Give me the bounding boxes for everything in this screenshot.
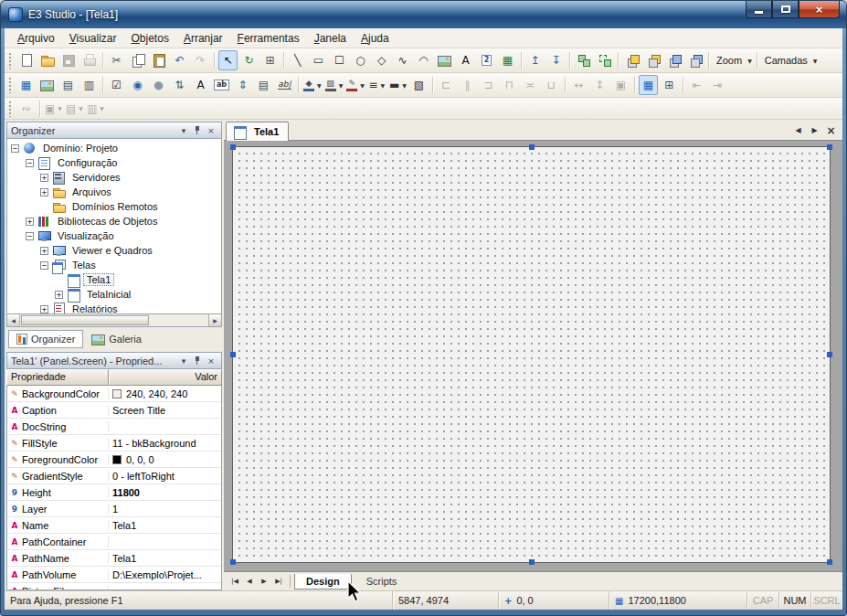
scale-tool[interactable]: ▤ (254, 75, 273, 95)
snap-to-grid[interactable]: ⊞ (660, 75, 679, 95)
property-value[interactable]: Tela1 (109, 553, 221, 564)
organizer-toggle[interactable]: ▦ (16, 75, 36, 95)
new-file[interactable] (16, 50, 36, 70)
doc-tab-scroll-left-button[interactable]: ◀ (791, 123, 805, 137)
ungroup[interactable] (595, 50, 614, 70)
send-backward[interactable] (685, 50, 704, 70)
tab-design[interactable]: Design (294, 574, 352, 589)
same-width[interactable]: ↔ (569, 75, 588, 95)
tab-galeria[interactable]: Galeria (83, 329, 149, 349)
associations[interactable]: ∾ (16, 99, 36, 119)
last-tab-button[interactable]: ▶| (271, 574, 286, 589)
organizer-pin-button[interactable] (191, 124, 204, 137)
polyline-tool[interactable]: ∿ (393, 50, 412, 70)
property-value[interactable]: 0 - leftToRight (109, 471, 221, 482)
property-row-gradientstyle[interactable]: ✎GradientStyle0 - leftToRight (7, 468, 221, 484)
tree-expander-plus[interactable]: + (40, 188, 48, 196)
gallery-toggle[interactable] (37, 75, 57, 95)
tree-expander-plus[interactable]: + (40, 247, 48, 255)
open-file[interactable] (37, 50, 57, 70)
property-value[interactable]: Screen Title (109, 405, 221, 416)
tree-item-arquivos[interactable]: +Arquivos (7, 185, 221, 199)
property-row-pathcontainer[interactable]: APathContainer (7, 534, 221, 550)
property-value[interactable]: 240, 240, 240 (109, 388, 221, 399)
align-right[interactable]: ⊐ (479, 75, 498, 95)
show-grid[interactable]: ▦ (639, 75, 658, 95)
textbox-tool[interactable]: ab| (275, 75, 294, 95)
zoom-dropdown[interactable]: Zoom▼ (713, 50, 753, 70)
property-row-picturefile[interactable]: APictureFile (7, 583, 221, 590)
rect-tool[interactable]: ▭ (309, 50, 328, 70)
properties-pin-button[interactable] (191, 355, 204, 367)
design-canvas[interactable] (232, 146, 831, 563)
prev-tab-button[interactable]: ◀ (242, 574, 257, 589)
property-row-pathname[interactable]: APathNameTela1 (7, 550, 221, 567)
ellipse-tool[interactable]: ○ (351, 50, 370, 70)
tree-item-relat-rios[interactable]: +Relatórios (7, 302, 221, 314)
layer-visibility[interactable]: ▤▼ (65, 99, 84, 119)
tree-item-dom-nio-projeto[interactable]: −Domínio: Projeto (7, 141, 221, 155)
property-row-height[interactable]: 9Height11800 (7, 484, 221, 501)
redo[interactable]: ↷ (191, 50, 210, 70)
layer-lock[interactable]: ▥▼ (86, 99, 105, 119)
layer-move[interactable]: ▣▼ (44, 99, 63, 119)
bring-to-front[interactable] (622, 50, 641, 70)
doc-tab-scroll-right-button[interactable]: ▶ (808, 123, 821, 137)
font-tool[interactable]: A (191, 75, 210, 95)
menu-janela[interactable]: Janela (307, 29, 354, 48)
toolbar-grip[interactable] (8, 77, 12, 93)
organizer-menu-button[interactable]: ▾ (177, 124, 190, 137)
toolbar-grip[interactable] (8, 101, 12, 117)
same-height[interactable]: ↕ (590, 75, 609, 95)
copy[interactable] (128, 50, 147, 70)
property-row-layer[interactable]: 9Layer1 (7, 501, 221, 517)
resize-handle-bottom[interactable] (529, 559, 535, 565)
property-value[interactable]: 11800 (109, 487, 221, 498)
select-tool[interactable]: ↖ (218, 50, 238, 70)
tree-item-servidores[interactable]: +Servidores (7, 170, 221, 185)
save-file[interactable] (58, 50, 78, 70)
slider-tool[interactable]: ⇅ (170, 75, 189, 95)
property-value[interactable]: 1 (109, 504, 221, 515)
tab-order[interactable]: ↥ (525, 50, 545, 70)
menu-arranjar[interactable]: Arranjar (176, 29, 230, 48)
menu-visualizar[interactable]: Visualizar (62, 29, 124, 48)
send-to-back[interactable] (643, 50, 662, 70)
next-tab-button[interactable]: ▶ (257, 574, 271, 589)
align-top[interactable]: ⊓ (500, 75, 519, 95)
menu-arquivo[interactable]: Arquivo (10, 29, 62, 48)
command-button-tool[interactable]: ● (149, 75, 168, 95)
polygon-tool[interactable]: ◇ (372, 50, 391, 70)
property-row-foregroundcolor[interactable]: ✎ForegroundColor0, 0, 0 (7, 451, 221, 468)
maximize-button[interactable] (772, 1, 799, 18)
doc-tab-tela1[interactable]: Tela1 (226, 122, 289, 141)
scroll-right-button[interactable]: ▶ (208, 314, 221, 326)
paste[interactable] (149, 50, 168, 70)
cut[interactable]: ✂ (107, 50, 126, 70)
doc-close-button[interactable]: × (824, 123, 838, 137)
fill-style[interactable]: ▧ (409, 75, 429, 95)
properties-menu-button[interactable]: ▾ (177, 355, 190, 367)
e3browser-tool[interactable]: ▦ (498, 50, 517, 70)
line-tool[interactable]: ╲ (288, 50, 307, 70)
scroll-left-button[interactable]: ◀ (7, 314, 20, 326)
menu-ajuda[interactable]: Ajuda (354, 29, 397, 48)
menu-objetos[interactable]: Objetos (124, 29, 176, 48)
tree-item-tela1[interactable]: Tela1 (7, 272, 221, 287)
brush-color[interactable]: ▨▼ (324, 75, 344, 95)
space-down[interactable]: ⇥ (708, 75, 727, 95)
tree-horizontal-scrollbar[interactable]: ◀ ▶ (6, 314, 222, 327)
property-value[interactable]: 11 - bkBackground (109, 438, 221, 449)
resize-handle-bottom-right[interactable] (827, 559, 832, 565)
tab-organizer[interactable]: Organizer (8, 330, 83, 348)
resize-handle-top[interactable] (529, 144, 535, 150)
undo[interactable]: ↶ (170, 50, 189, 70)
column-header-valor[interactable]: Valor (109, 369, 222, 386)
line-width[interactable]: ▬▼ (388, 75, 408, 95)
resize-handle-top-left[interactable] (230, 144, 236, 150)
resize-handle-left[interactable] (230, 352, 236, 357)
property-row-caption[interactable]: ACaptionScreen Title (7, 402, 221, 419)
organizer-close-button[interactable]: × (205, 124, 217, 137)
toolbar-grip[interactable] (8, 52, 12, 69)
column-header-propriedade[interactable]: Propriedade (6, 369, 109, 386)
